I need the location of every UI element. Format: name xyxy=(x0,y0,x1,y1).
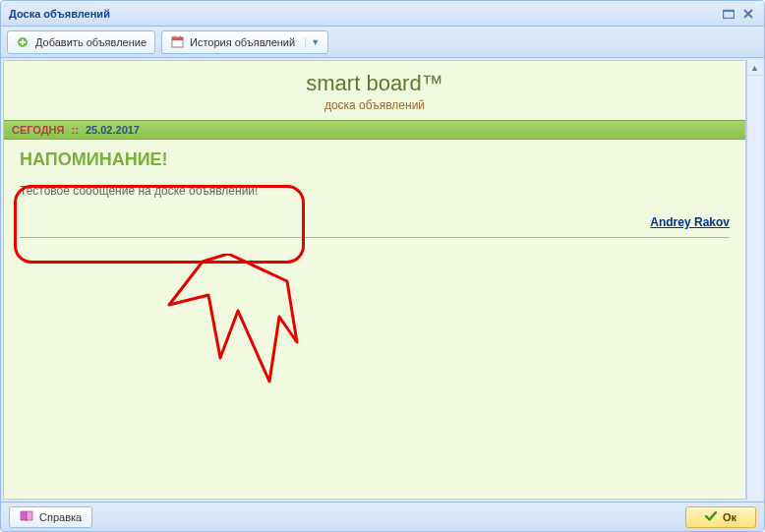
history-button[interactable]: История объявлений ▼ xyxy=(161,30,328,54)
toolbar: Добавить объявление История объявлений ▼ xyxy=(1,27,764,58)
content-area: smart board™ доска объявлений СЕГОДНЯ ::… xyxy=(1,58,764,502)
scroll-up-icon[interactable]: ▲ xyxy=(747,60,762,76)
post-title: НАПОМИНАНИЕ! xyxy=(20,149,730,170)
post-author-row: Andrey Rakov xyxy=(4,211,745,235)
separator: :: xyxy=(68,124,81,136)
post: НАПОМИНАНИЕ! Тестовое сообщение на доске… xyxy=(4,140,745,211)
board-subtitle: доска объявлений xyxy=(4,98,745,112)
book-icon xyxy=(20,510,33,524)
calendar-icon xyxy=(170,35,184,49)
ok-button[interactable]: Ок xyxy=(685,506,756,528)
annotation-arrow-icon xyxy=(161,254,309,431)
ok-label: Ок xyxy=(723,511,736,523)
bottombar: Справка Ок xyxy=(1,502,764,531)
date-value: 25.02.2017 xyxy=(86,124,140,136)
plus-icon xyxy=(16,35,29,49)
svg-rect-8 xyxy=(172,37,183,40)
scrollbar[interactable]: ▲ xyxy=(746,60,762,500)
board-title: smart board™ xyxy=(4,71,745,96)
post-body: Тестовое сообщение на доске объявлений! xyxy=(20,184,730,198)
svg-rect-10 xyxy=(179,36,181,39)
add-announcement-label: Добавить объявление xyxy=(35,36,147,48)
help-label: Справка xyxy=(39,511,82,523)
close-icon[interactable] xyxy=(740,6,756,22)
dropdown-arrow-icon[interactable]: ▼ xyxy=(305,37,320,47)
help-button[interactable]: Справка xyxy=(9,506,92,528)
post-author-link[interactable]: Andrey Rakov xyxy=(650,215,730,229)
board-area: smart board™ доска объявлений СЕГОДНЯ ::… xyxy=(3,60,746,500)
history-label: История объявлений xyxy=(190,36,295,48)
divider xyxy=(20,237,730,238)
maximize-icon[interactable] xyxy=(721,6,736,22)
bulletin-board-window: Доска объявлений Добавить объявление Ист… xyxy=(0,0,765,532)
svg-rect-9 xyxy=(174,36,176,39)
date-bar: СЕГОДНЯ :: 25.02.2017 xyxy=(4,120,745,140)
board-header: smart board™ доска объявлений xyxy=(4,61,745,120)
window-title: Доска объявлений xyxy=(9,8,717,20)
check-icon xyxy=(705,511,717,523)
date-label: СЕГОДНЯ xyxy=(12,124,64,136)
titlebar[interactable]: Доска объявлений xyxy=(1,1,764,27)
add-announcement-button[interactable]: Добавить объявление xyxy=(7,30,155,54)
